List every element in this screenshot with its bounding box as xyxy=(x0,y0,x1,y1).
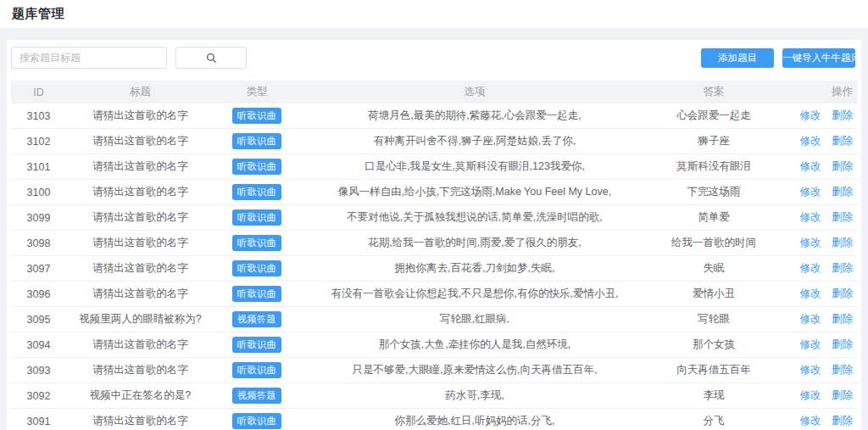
header-type: 类型 xyxy=(214,85,299,99)
edit-link[interactable]: 修改 xyxy=(800,109,821,121)
edit-link[interactable]: 修改 xyxy=(800,338,821,350)
delete-link[interactable]: 删除 xyxy=(832,160,853,172)
table-header-row: ID 标题 类型 选项 答案 操作 xyxy=(11,81,858,103)
cell-id: 3092 xyxy=(11,390,66,402)
cell-id: 3097 xyxy=(11,263,66,275)
delete-link[interactable]: 删除 xyxy=(832,364,853,376)
cell-id: 3099 xyxy=(11,212,66,224)
cell-type: 视频答题 xyxy=(214,311,299,327)
edit-link[interactable]: 修改 xyxy=(800,262,821,274)
delete-link[interactable]: 删除 xyxy=(832,262,853,274)
cell-title: 请猜出这首歌的名字 xyxy=(66,159,214,174)
cell-answer: 失眠 xyxy=(650,261,777,276)
type-badge: 听歌识曲 xyxy=(232,286,281,302)
edit-link[interactable]: 修改 xyxy=(800,237,821,249)
table-row: 3102 请猜出这首歌的名字 听歌识曲 有种离开叫舍不得,狮子座,阿楚姑娘,丢了… xyxy=(11,129,858,154)
cell-title: 请猜出这首歌的名字 xyxy=(66,210,214,225)
cell-answer: 心会跟爱一起走 xyxy=(650,109,777,123)
type-badge: 听歌识曲 xyxy=(232,209,281,226)
type-badge: 视频答题 xyxy=(232,311,281,327)
header-options: 选项 xyxy=(299,85,650,99)
search-icon xyxy=(206,53,217,64)
cell-options: 不要对他说,关于孤独我想说的话,简单爱,洗澡时唱的歌, xyxy=(299,210,650,225)
cell-id: 3095 xyxy=(11,314,66,326)
cell-options: 只是不够爱,大眼瞳,原来爱情这么伤,向天再借五百年, xyxy=(299,363,650,377)
cell-answer: 爱情小丑 xyxy=(650,287,777,301)
cell-answer: 李现 xyxy=(650,388,777,403)
cell-id: 3102 xyxy=(11,136,66,148)
header-id: ID xyxy=(11,87,66,98)
search-input[interactable] xyxy=(11,47,167,69)
edit-link[interactable]: 修改 xyxy=(800,288,821,299)
cell-type: 听歌识曲 xyxy=(214,413,299,429)
edit-link[interactable]: 修改 xyxy=(800,135,821,147)
cell-options: 像风一样自由,给小孩,下完这场雨,Make You Feel My Love, xyxy=(299,185,650,199)
cell-options: 那个女孩,大鱼,牵挂你的人是我,自然环境, xyxy=(299,338,650,352)
cell-options: 口是心非,我是女生,莫斯科没有眼泪,123我爱你, xyxy=(299,159,650,174)
edit-link[interactable]: 修改 xyxy=(800,313,821,325)
cell-answer: 向天再借五百年 xyxy=(650,363,777,377)
edit-link[interactable]: 修改 xyxy=(800,389,821,401)
cell-type: 听歌识曲 xyxy=(214,260,299,276)
top-bar: 题库管理 xyxy=(0,0,868,28)
cell-type: 听歌识曲 xyxy=(214,209,299,226)
delete-link[interactable]: 删除 xyxy=(832,415,853,427)
cell-id: 3094 xyxy=(11,339,66,351)
delete-link[interactable]: 删除 xyxy=(832,338,853,350)
edit-link[interactable]: 修改 xyxy=(800,160,821,172)
cell-options: 有没有一首歌会让你想起我,不只是想你,有你的快乐,爱情小丑, xyxy=(299,287,650,301)
cell-actions: 修改 删除 xyxy=(777,185,858,199)
delete-link[interactable]: 删除 xyxy=(832,237,853,249)
delete-link[interactable]: 删除 xyxy=(832,288,853,299)
delete-link[interactable]: 删除 xyxy=(832,389,853,401)
toolbar: 添加题目 一键导入牛牛题库 xyxy=(11,47,858,69)
cell-options: 你那么爱她,红日,听妈妈的话,分飞, xyxy=(299,414,650,428)
cell-actions: 修改 删除 xyxy=(777,287,858,301)
cell-title: 请猜出这首歌的名字 xyxy=(66,363,214,377)
add-question-button[interactable]: 添加题目 xyxy=(701,48,774,68)
table-row: 3093 请猜出这首歌的名字 听歌识曲 只是不够爱,大眼瞳,原来爱情这么伤,向天… xyxy=(11,358,858,383)
cell-options: 写轮眼,红眼病, xyxy=(299,312,650,327)
import-bank-button[interactable]: 一键导入牛牛题库 xyxy=(782,48,855,68)
delete-link[interactable]: 删除 xyxy=(832,109,853,121)
cell-actions: 修改 删除 xyxy=(777,210,858,225)
table-row: 3096 请猜出这首歌的名字 听歌识曲 有没有一首歌会让你想起我,不只是想你,有… xyxy=(11,282,858,307)
cell-options: 药水哥,李现, xyxy=(299,388,650,403)
type-badge: 听歌识曲 xyxy=(232,159,281,175)
edit-link[interactable]: 修改 xyxy=(800,211,821,223)
cell-options: 荷塘月色,最美的期待,紫藤花,心会跟爱一起走, xyxy=(299,109,650,123)
cell-type: 听歌识曲 xyxy=(214,108,299,124)
question-table: ID 标题 类型 选项 答案 操作 3103 请猜出这首歌的名字 听歌识曲 荷塘… xyxy=(11,81,858,430)
delete-link[interactable]: 删除 xyxy=(832,186,853,198)
cell-type: 听歌识曲 xyxy=(214,286,299,302)
table-row: 3097 请猜出这首歌的名字 听歌识曲 拥抱你离去,百花香,刀剑如梦,失眠, 失… xyxy=(11,256,858,282)
cell-title: 请猜出这首歌的名字 xyxy=(66,338,214,352)
edit-link[interactable]: 修改 xyxy=(800,415,821,427)
cell-title: 请猜出这首歌的名字 xyxy=(66,185,214,199)
cell-type: 听歌识曲 xyxy=(214,184,299,200)
cell-actions: 修改 删除 xyxy=(777,159,858,174)
type-badge: 听歌识曲 xyxy=(232,108,281,124)
cell-id: 3103 xyxy=(11,110,66,122)
table-row: 3092 视频中正在签名的是? 视频答题 药水哥,李现, 李现 修改 删除 xyxy=(11,383,858,409)
cell-id: 3100 xyxy=(11,187,66,198)
cell-answer: 给我一首歌的时间 xyxy=(650,236,777,250)
search-button[interactable] xyxy=(175,47,247,69)
cell-options: 拥抱你离去,百花香,刀剑如梦,失眠, xyxy=(299,261,650,276)
delete-link[interactable]: 删除 xyxy=(832,135,853,147)
table-row: 3094 请猜出这首歌的名字 听歌识曲 那个女孩,大鱼,牵挂你的人是我,自然环境… xyxy=(11,332,858,358)
cell-id: 3093 xyxy=(11,365,66,377)
page-title: 题库管理 xyxy=(12,6,64,22)
table-body: 3103 请猜出这首歌的名字 听歌识曲 荷塘月色,最美的期待,紫藤花,心会跟爱一… xyxy=(11,103,858,430)
type-badge: 听歌识曲 xyxy=(232,260,281,276)
delete-link[interactable]: 删除 xyxy=(832,313,853,325)
table-row: 3100 请猜出这首歌的名字 听歌识曲 像风一样自由,给小孩,下完这场雨,Mak… xyxy=(11,180,858,205)
cell-type: 听歌识曲 xyxy=(214,235,299,251)
edit-link[interactable]: 修改 xyxy=(800,364,821,376)
cell-type: 听歌识曲 xyxy=(214,337,299,353)
edit-link[interactable]: 修改 xyxy=(800,186,821,198)
delete-link[interactable]: 删除 xyxy=(832,211,853,223)
cell-answer: 狮子座 xyxy=(650,134,777,148)
type-badge: 听歌识曲 xyxy=(232,133,281,149)
cell-type: 听歌识曲 xyxy=(214,159,299,175)
